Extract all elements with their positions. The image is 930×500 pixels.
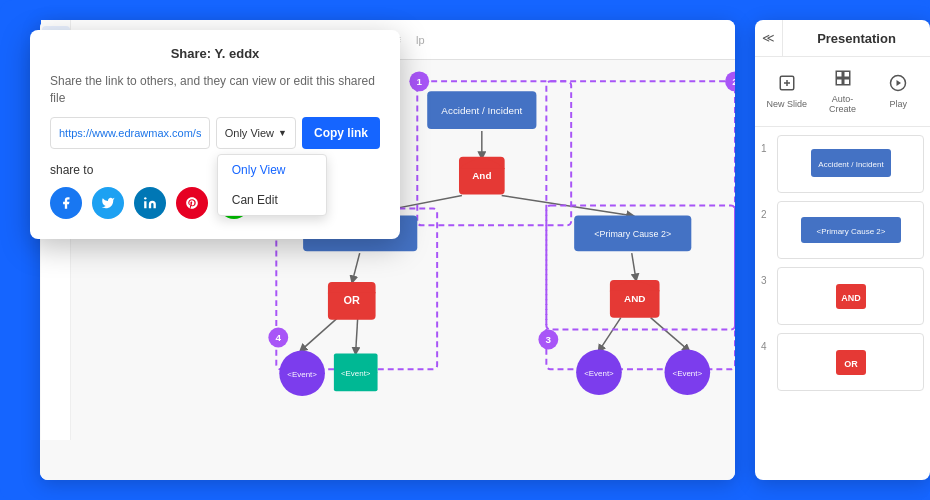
svg-line-8 xyxy=(651,318,688,350)
svg-rect-47 xyxy=(843,71,849,77)
right-panel: ≪ Presentation New Slide Auto-Create xyxy=(755,20,930,480)
svg-point-42 xyxy=(144,197,146,199)
panel-actions: New Slide Auto-Create Play xyxy=(755,57,930,127)
svg-line-3 xyxy=(353,253,360,280)
svg-line-5 xyxy=(356,318,358,352)
slide-thumb-1[interactable]: Accident / Incident xyxy=(777,135,924,193)
svg-text:Accident / Incident: Accident / Incident xyxy=(441,105,522,116)
svg-text:4: 4 xyxy=(276,332,282,343)
slide-number-4: 4 xyxy=(761,341,773,352)
slide-item-4[interactable]: 4 OR xyxy=(761,333,924,391)
svg-rect-48 xyxy=(836,79,842,85)
svg-rect-13 xyxy=(427,91,536,129)
share-link-input[interactable] xyxy=(50,117,210,149)
svg-text:OR: OR xyxy=(844,359,858,369)
svg-text:<Event>: <Event> xyxy=(341,369,371,378)
svg-rect-19 xyxy=(574,215,691,251)
svg-point-32 xyxy=(665,349,711,395)
slide-item-3[interactable]: 3 AND xyxy=(761,267,924,325)
svg-point-36 xyxy=(725,71,735,91)
svg-text:<Event>: <Event> xyxy=(584,369,614,378)
chevron-down-icon: ▼ xyxy=(278,128,287,138)
share-link-row: Only View ▼ Only View Can Edit Copy link xyxy=(50,117,380,149)
panel-header: ≪ Presentation xyxy=(755,20,930,57)
svg-rect-23 xyxy=(610,280,660,318)
slide-list: 1 Accident / Incident 2 <Primary Cause 2… xyxy=(755,127,930,480)
svg-rect-10 xyxy=(546,81,735,329)
auto-create-icon xyxy=(834,69,852,91)
new-slide-label: New Slide xyxy=(767,99,808,109)
svg-marker-28 xyxy=(334,353,378,391)
svg-text:OR: OR xyxy=(344,294,360,306)
svg-point-38 xyxy=(538,330,558,350)
svg-text:<Event>: <Event> xyxy=(287,370,317,379)
linkedin-icon[interactable] xyxy=(134,187,166,219)
dropdown-only-view[interactable]: Only View xyxy=(218,155,326,185)
svg-marker-51 xyxy=(897,80,902,86)
svg-rect-9 xyxy=(417,81,571,225)
svg-rect-46 xyxy=(836,71,842,77)
twitter-icon[interactable] xyxy=(92,187,124,219)
slide-thumb-2[interactable]: <Primary Cause 2> xyxy=(777,201,924,259)
dropdown-menu: Only View Can Edit xyxy=(217,154,327,216)
share-dialog: Share: Y. eddx Share the link to others,… xyxy=(30,30,400,239)
svg-line-6 xyxy=(632,253,636,278)
slide-number-1: 1 xyxy=(761,143,773,154)
svg-text:Accident / Incident: Accident / Incident xyxy=(818,160,884,169)
slide-thumb-3[interactable]: AND xyxy=(777,267,924,325)
svg-rect-49 xyxy=(843,79,849,85)
svg-text:And: And xyxy=(472,170,491,181)
facebook-icon[interactable] xyxy=(50,187,82,219)
svg-point-30 xyxy=(576,349,622,395)
svg-text:<Primary Cause 2>: <Primary Cause 2> xyxy=(594,229,671,239)
share-dialog-title: Share: Y. eddx xyxy=(50,46,380,61)
svg-text:<Event>: <Event> xyxy=(673,369,703,378)
svg-line-4 xyxy=(302,318,338,350)
svg-line-2 xyxy=(502,196,631,216)
new-slide-icon xyxy=(778,74,796,96)
new-slide-button[interactable]: New Slide xyxy=(761,70,813,113)
view-option-label: Only View xyxy=(225,127,274,139)
svg-point-34 xyxy=(409,71,429,91)
auto-create-label: Auto-Create xyxy=(819,94,867,114)
svg-rect-15 xyxy=(459,157,505,195)
dropdown-can-edit[interactable]: Can Edit xyxy=(218,185,326,215)
copy-link-button[interactable]: Copy link xyxy=(302,117,380,149)
svg-point-25 xyxy=(279,350,325,396)
play-label: Play xyxy=(889,99,907,109)
help-text: lp xyxy=(416,34,425,46)
play-icon xyxy=(889,74,907,96)
svg-rect-21 xyxy=(328,282,376,320)
svg-text:AND: AND xyxy=(841,293,861,303)
slide-thumb-4[interactable]: OR xyxy=(777,333,924,391)
slide-number-2: 2 xyxy=(761,209,773,220)
svg-rect-27 xyxy=(334,353,378,391)
share-to-label: share to xyxy=(50,163,380,177)
panel-collapse-button[interactable]: ≪ xyxy=(755,20,783,56)
auto-create-button[interactable]: Auto-Create xyxy=(817,65,869,118)
svg-point-40 xyxy=(268,328,288,348)
svg-line-7 xyxy=(600,318,621,350)
svg-text:AND: AND xyxy=(624,293,645,304)
slide-number-3: 3 xyxy=(761,275,773,286)
slide-item-2[interactable]: 2 <Primary Cause 2> xyxy=(761,201,924,259)
pinterest-icon[interactable] xyxy=(176,187,208,219)
share-description: Share the link to others, and they can v… xyxy=(50,73,380,107)
svg-text:2: 2 xyxy=(732,76,735,87)
svg-rect-11 xyxy=(546,205,735,369)
social-icons-row xyxy=(50,187,380,219)
play-button[interactable]: Play xyxy=(872,70,924,113)
slide-item-1[interactable]: 1 Accident / Incident xyxy=(761,135,924,193)
svg-text:1: 1 xyxy=(417,76,423,87)
svg-text:<Primary Cause 2>: <Primary Cause 2> xyxy=(816,227,885,236)
panel-title: Presentation xyxy=(783,31,930,46)
svg-text:3: 3 xyxy=(546,334,552,345)
view-mode-dropdown[interactable]: Only View ▼ Only View Can Edit xyxy=(216,117,296,149)
